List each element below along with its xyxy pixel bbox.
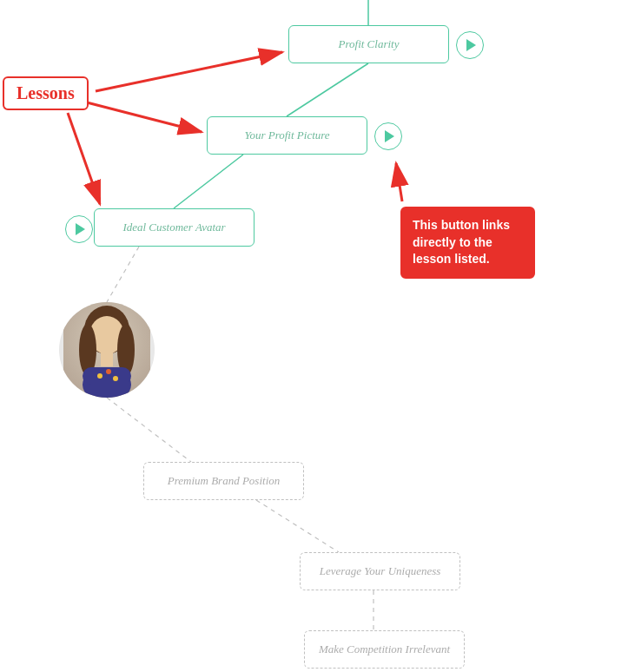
svg-line-5 xyxy=(256,500,339,552)
leverage-your-uniqueness-label: Leverage Your Uniqueness xyxy=(320,564,441,578)
your-profit-picture-node: Your Profit Picture xyxy=(207,116,367,155)
premium-brand-position-label: Premium Brand Position xyxy=(168,474,281,488)
make-competition-irrelevant-label: Make Competition Irrelevant xyxy=(319,642,450,656)
lessons-badge: Lessons xyxy=(3,76,89,110)
your-profit-picture-label: Your Profit Picture xyxy=(244,128,329,142)
svg-line-2 xyxy=(174,155,243,208)
svg-line-4 xyxy=(107,398,191,462)
svg-rect-17 xyxy=(101,352,113,366)
svg-point-14 xyxy=(97,373,102,379)
profit-clarity-node: Profit Clarity xyxy=(288,25,449,63)
svg-line-22 xyxy=(396,163,402,201)
profit-clarity-label: Profit Clarity xyxy=(339,37,400,51)
svg-point-16 xyxy=(113,376,118,381)
svg-line-20 xyxy=(87,102,202,132)
leverage-your-uniqueness-node: Leverage Your Uniqueness xyxy=(300,552,460,590)
premium-brand-position-node: Premium Brand Position xyxy=(143,462,304,500)
svg-point-15 xyxy=(106,369,111,374)
play-your-profit-picture-button[interactable] xyxy=(374,122,402,150)
svg-line-19 xyxy=(96,52,282,91)
svg-line-21 xyxy=(68,113,100,204)
play-ideal-customer-avatar-button[interactable] xyxy=(65,215,93,243)
svg-line-3 xyxy=(107,247,139,302)
tooltip-box: This button links directly to the lesson… xyxy=(400,207,535,279)
make-competition-irrelevant-node: Make Competition Irrelevant xyxy=(304,630,465,669)
ideal-customer-avatar-node: Ideal Customer Avatar xyxy=(94,208,255,247)
avatar xyxy=(59,302,155,398)
svg-line-1 xyxy=(287,63,368,116)
ideal-customer-avatar-label: Ideal Customer Avatar xyxy=(122,221,225,234)
play-profit-clarity-button[interactable] xyxy=(456,31,484,59)
